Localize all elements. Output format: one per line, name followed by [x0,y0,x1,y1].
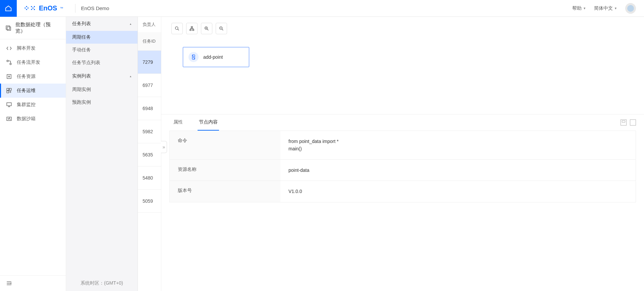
timezone-label: 系统时区：(GMT+0) [66,276,138,291]
nav-label: 任务运维 [17,88,36,94]
help-label: 帮助 [572,5,582,11]
task-row[interactable]: 6948 [138,97,161,120]
collapse-sidebar-icon[interactable] [6,280,60,286]
sandbox-icon [6,116,12,122]
svg-point-17 [194,58,195,59]
divider [75,4,75,13]
canvas-area: add-point [161,17,644,114]
sn-item-task-node-list[interactable]: 任务节点列表 [66,56,138,69]
nav-item-cluster-monitor[interactable]: 集群监控 [0,98,66,112]
details-panel: 属性 节点内容 命令 from point_data impo [161,114,644,291]
svg-rect-12 [190,30,191,31]
svg-rect-7 [7,91,9,93]
zoom-out-icon [219,26,224,31]
maximize-panel-icon[interactable] [630,119,636,126]
group-header-instance-list[interactable]: 实例列表 ▴ [66,69,138,83]
task-row[interactable]: 5059 [138,190,161,213]
svg-point-10 [175,27,178,30]
info-row-version: 版本号 V1.0.0 [170,181,636,202]
logo-icon: ⁘⁙ [23,4,36,13]
tab-properties[interactable]: 属性 [172,114,184,131]
sn-item-periodic-task[interactable]: 周期任务 [66,31,138,44]
owner-label: 负责人 [143,21,156,28]
svg-rect-1 [7,27,11,31]
zoom-in-icon [204,26,209,31]
nav-label: 脚本开发 [17,45,36,51]
sn-item-prerun-instance[interactable]: 预跑实例 [66,96,138,109]
monitor-icon [6,102,12,108]
svg-point-2 [7,60,8,62]
restore-panel-icon[interactable] [621,119,627,126]
brand-name: EnOS [39,4,57,12]
nav-label: 集群监控 [17,102,36,108]
topbar: ⁘⁙ EnOS ™ EnOS Demo 帮助 ▼ 简体中文 ▼ [0,0,644,17]
task-row[interactable]: 6977 [138,74,161,97]
chevron-up-icon: ▴ [130,75,131,78]
tree-icon [189,26,195,31]
info-value: from point_data import * main() [280,131,636,159]
task-row[interactable]: 7279 [138,51,161,74]
secondary-sidebar: 任务列表 ▴ 周期任务 手动任务 任务节点列表 实例列表 ▴ 周期实例 预跑实例… [66,17,138,291]
svg-rect-6 [9,88,11,90]
zoom-in-button[interactable] [201,23,212,34]
avatar[interactable] [625,3,636,14]
tree-button[interactable] [186,23,198,34]
left-sidebar: 批数据处理（预览） 脚本开发 任务流开发 任务资源 任务运维 [0,17,66,291]
svg-rect-8 [7,103,11,106]
nav-label: 数据沙箱 [17,116,36,122]
chevron-down-icon: ▼ [583,7,586,10]
module-title: 批数据处理（预览） [15,21,60,34]
help-link[interactable]: 帮助 ▼ [572,5,586,11]
python-icon [189,52,199,62]
avatar-icon [627,5,634,12]
task-row[interactable]: 5635 [138,143,161,166]
node-info-table: 命令 from point_data import * main() 资源名称 … [169,131,636,202]
sn-item-periodic-instance[interactable]: 周期实例 [66,83,138,96]
group-label: 实例列表 [72,73,91,79]
svg-rect-5 [7,88,9,90]
brand-logo[interactable]: ⁘⁙ EnOS ™ [17,4,70,13]
svg-point-16 [193,55,193,56]
search-icon [174,26,180,31]
node-label: add-point [203,54,223,60]
nav-label: 任务资源 [17,74,36,80]
nav-item-sandbox[interactable]: 数据沙箱 [0,112,66,126]
task-id-column-header: 任务ID [138,32,161,51]
chevron-up-icon: ▴ [130,22,131,26]
tab-node-content[interactable]: 节点内容 [198,114,219,131]
language-select[interactable]: 简体中文 ▼ [594,5,617,11]
sn-item-manual-task[interactable]: 手动任务 [66,44,138,56]
task-row[interactable]: 5480 [138,166,161,190]
node-add-point[interactable]: add-point [183,47,249,67]
group-label: 任务列表 [72,21,91,27]
nav-item-flow-dev[interactable]: 任务流开发 [0,55,66,69]
package-icon [6,74,12,80]
svg-rect-4 [7,75,11,79]
module-header: 批数据处理（预览） [0,17,66,39]
nav-item-task-resource[interactable]: 任务资源 [0,69,66,84]
group-header-task-list[interactable]: 任务列表 ▴ [66,17,138,31]
expand-handle[interactable]: » [161,141,167,153]
details-tabs: 属性 节点内容 [169,114,219,131]
layers-icon [5,25,11,31]
nav-label: 任务流开发 [17,59,40,65]
info-value: V1.0.0 [280,181,636,202]
svg-rect-11 [191,27,193,28]
home-icon[interactable] [0,0,17,17]
nav-item-script-dev[interactable]: 脚本开发 [0,41,66,55]
ops-icon [6,88,12,94]
info-label: 版本号 [170,181,280,202]
svg-rect-13 [193,30,194,31]
info-row-command: 命令 from point_data import * main() [170,131,636,160]
search-button[interactable] [171,23,183,34]
nav-item-task-ops[interactable]: 任务运维 [0,84,66,98]
info-value: point-data [280,160,636,181]
code-icon [6,45,12,51]
zoom-out-button[interactable] [216,23,227,34]
task-row[interactable]: 5982 [138,120,161,143]
canvas-toolbar [171,23,634,34]
content-area: » [161,17,644,291]
task-list-panel: 负责人 任务ID 7279 6977 6948 5982 5635 5480 5… [138,17,161,291]
info-label: 命令 [170,131,280,159]
svg-point-3 [10,63,11,65]
